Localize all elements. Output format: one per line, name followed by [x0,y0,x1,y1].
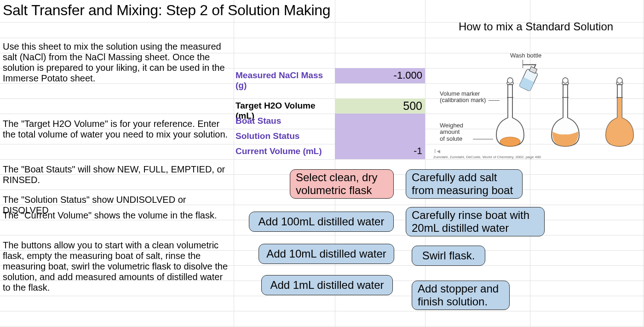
standard-solution-diagram: How to mix a Standard Solution Wash bott… [430,2,642,156]
add-1ml-button[interactable]: Add 1mL distilled water [261,275,393,295]
current-vol-value: -1 [335,145,425,156]
add-10ml-button[interactable]: Add 10mL distilled water [259,244,394,264]
prev-icon[interactable]: I◄ [434,148,441,155]
instructions-p6: The buttons allow you to start with a cl… [3,240,228,293]
instructions-p3: The "Boat Stauts" will show NEW, FULL, E… [3,164,228,185]
svg-point-8 [563,78,568,83]
weighed-line2: amount [440,128,460,135]
volume-marker-line2: (calibration mark) [440,97,486,103]
instructions-p2: The "Target H2O Volume" is for your refe… [3,119,228,140]
flask-1-icon [489,76,531,150]
weighed-line3: of solute [440,135,462,142]
instructions-p5: The "Current Volume" shows the volume in… [3,210,228,221]
nacl-mass-label: Measured NaCl Mass (g) [235,70,334,91]
rinse-boat-button[interactable]: Carefully rinse boat with 20mL distilled… [406,207,545,236]
svg-point-11 [617,78,622,83]
boat-status-label: Boat Staus [235,116,334,126]
add-salt-button[interactable]: Carefully add salt from measuring boat [406,169,523,199]
page-title: Salt Transfer and Mixing: Step 2 of Solu… [3,2,330,19]
add-stopper-button[interactable]: Add stopper and finish solution. [412,281,510,310]
swirl-flask-button[interactable]: Swirl flask. [412,246,485,266]
diagram-citation: Zumdahl, Zumdahl, DeCoste, World of Chem… [433,155,541,159]
select-flask-button[interactable]: Select clean, dry volumetric flask [290,169,394,199]
volume-marker-line1: Volume marker [440,90,480,97]
volume-marker-label: Volume marker (calibration mark) [440,91,486,104]
nacl-mass-value: -1.000 [335,69,425,81]
add-100ml-button[interactable]: Add 100mL distilled water [249,212,394,232]
solution-status-label: Solution Status [235,131,334,141]
weighed-line1: Weighed [440,122,463,129]
weighed-amount-label: Weighed amount of solute [440,122,463,142]
current-vol-label: Current Volume (mL) [235,146,334,156]
flask-3-icon [599,76,640,150]
diagram-title: How to mix a Standard Solution [430,20,642,33]
flask-2-icon [545,76,586,150]
svg-point-6 [500,137,520,146]
solution-status-cell-bg [335,129,425,144]
boat-status-cell-bg [335,114,425,129]
svg-point-4 [507,78,513,83]
wash-bottle-label: Wash bottle [510,52,541,59]
target-vol-value[interactable]: 500 [335,99,425,113]
instructions-p1: Use this sheet to mix the solution using… [3,41,228,84]
